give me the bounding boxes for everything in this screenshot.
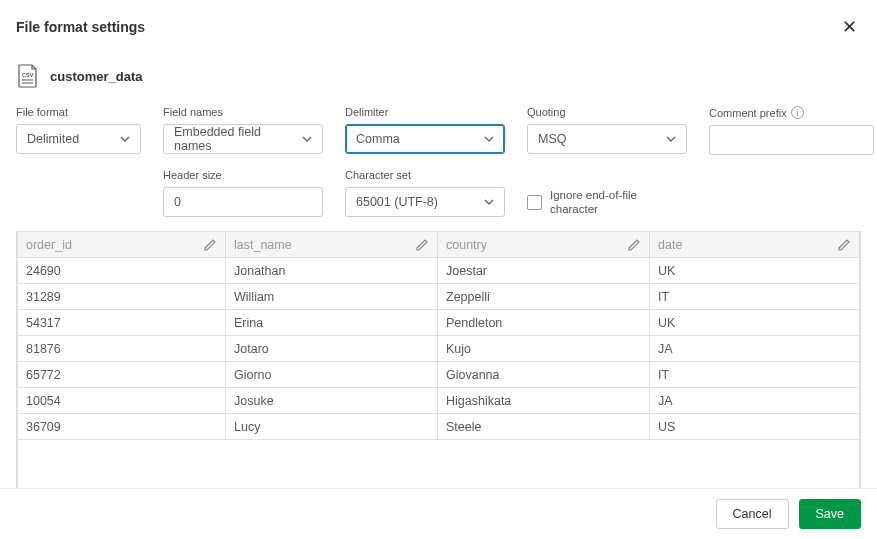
table-row: 31289WilliamZeppelliIT [18, 284, 860, 310]
dialog-title: File format settings [16, 19, 145, 35]
table-cell: Josuke [226, 388, 438, 414]
table-cell: Joestar [438, 258, 650, 284]
table-cell: Higashikata [438, 388, 650, 414]
table-cell: Jonathan [226, 258, 438, 284]
chevron-down-icon [484, 197, 494, 207]
edit-icon[interactable] [203, 238, 217, 252]
cancel-button[interactable]: Cancel [716, 499, 789, 529]
edit-icon[interactable] [837, 238, 851, 252]
file-format-label: File format [16, 106, 141, 118]
quoting-label: Quoting [527, 106, 687, 118]
table-cell: Lucy [226, 414, 438, 440]
table-cell: 65772 [18, 362, 226, 388]
quoting-value: MSQ [538, 132, 566, 146]
save-button[interactable]: Save [799, 499, 862, 529]
character-set-value: 65001 (UTF-8) [356, 195, 438, 209]
chevron-down-icon [120, 134, 130, 144]
table-cell: US [650, 414, 860, 440]
table-row: 54317ErinaPendletonUK [18, 310, 860, 336]
field-names-label: Field names [163, 106, 323, 118]
table-cell: Giorno [226, 362, 438, 388]
comment-prefix-input[interactable] [709, 125, 874, 155]
header-size-label: Header size [163, 169, 323, 181]
csv-file-icon: CSV [16, 64, 40, 88]
table-cell: 24690 [18, 258, 226, 284]
column-header-last-name[interactable]: last_name [226, 232, 438, 258]
table-cell: 54317 [18, 310, 226, 336]
comment-prefix-label: Comment prefix i [709, 106, 874, 119]
table-row: 36709LucySteeleUS [18, 414, 860, 440]
table-cell: JA [650, 388, 860, 414]
character-set-label: Character set [345, 169, 505, 181]
table-cell: UK [650, 258, 860, 284]
svg-text:CSV: CSV [22, 72, 34, 78]
chevron-down-icon [666, 134, 676, 144]
file-format-select[interactable]: Delimited [16, 124, 141, 154]
edit-icon[interactable] [627, 238, 641, 252]
table-cell: 81876 [18, 336, 226, 362]
table-cell: Kujo [438, 336, 650, 362]
field-names-select[interactable]: Embedded field names [163, 124, 323, 154]
edit-icon[interactable] [415, 238, 429, 252]
ignore-eof-label: Ignore end-of-file character [550, 189, 660, 217]
table-cell: 10054 [18, 388, 226, 414]
table-row: 81876JotaroKujoJA [18, 336, 860, 362]
table-cell: Giovanna [438, 362, 650, 388]
table-cell: Jotaro [226, 336, 438, 362]
table-cell: 36709 [18, 414, 226, 440]
close-icon[interactable]: ✕ [838, 14, 861, 40]
table-cell: IT [650, 284, 860, 310]
info-icon[interactable]: i [791, 106, 804, 119]
table-cell: Steele [438, 414, 650, 440]
table-cell: Erina [226, 310, 438, 336]
table-cell: JA [650, 336, 860, 362]
column-header-country[interactable]: country [438, 232, 650, 258]
table-cell: William [226, 284, 438, 310]
column-header-order-id[interactable]: order_id [18, 232, 226, 258]
delimiter-select[interactable]: Comma [345, 124, 505, 154]
table-row: 65772GiornoGiovannaIT [18, 362, 860, 388]
chevron-down-icon [484, 134, 494, 144]
table-cell: UK [650, 310, 860, 336]
file-name: customer_data [50, 69, 142, 84]
table-cell: Zeppelli [438, 284, 650, 310]
table-cell: 31289 [18, 284, 226, 310]
delimiter-label: Delimiter [345, 106, 505, 118]
column-header-date[interactable]: date [650, 232, 860, 258]
file-format-value: Delimited [27, 132, 79, 146]
preview-table: order_id last_name country date [16, 231, 861, 495]
quoting-select[interactable]: MSQ [527, 124, 687, 154]
empty-area [18, 440, 860, 494]
delimiter-value: Comma [356, 132, 400, 146]
field-names-value: Embedded field names [174, 125, 294, 153]
chevron-down-icon [302, 134, 312, 144]
table-cell: Pendleton [438, 310, 650, 336]
table-row: 24690JonathanJoestarUK [18, 258, 860, 284]
ignore-eof-checkbox[interactable] [527, 195, 542, 210]
table-cell: IT [650, 362, 860, 388]
table-row: 10054JosukeHigashikataJA [18, 388, 860, 414]
header-size-input[interactable] [163, 187, 323, 217]
character-set-select[interactable]: 65001 (UTF-8) [345, 187, 505, 217]
